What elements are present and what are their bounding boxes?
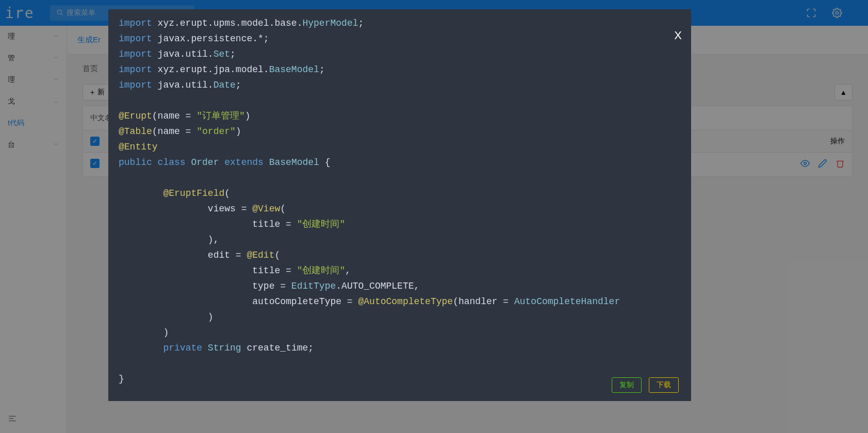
download-button[interactable]: 下载 (649, 377, 679, 393)
code-scroll[interactable]: import xyz.erupt.upms.model.base.HyperMo… (108, 9, 691, 401)
modal-footer: 复制 下载 (612, 377, 679, 393)
code-preview-modal: X import xyz.erupt.upms.model.base.Hyper… (108, 9, 691, 401)
code-content: import xyz.erupt.upms.model.base.HyperMo… (119, 15, 681, 387)
close-icon[interactable]: X (674, 29, 682, 42)
copy-button[interactable]: 复制 (612, 377, 642, 393)
